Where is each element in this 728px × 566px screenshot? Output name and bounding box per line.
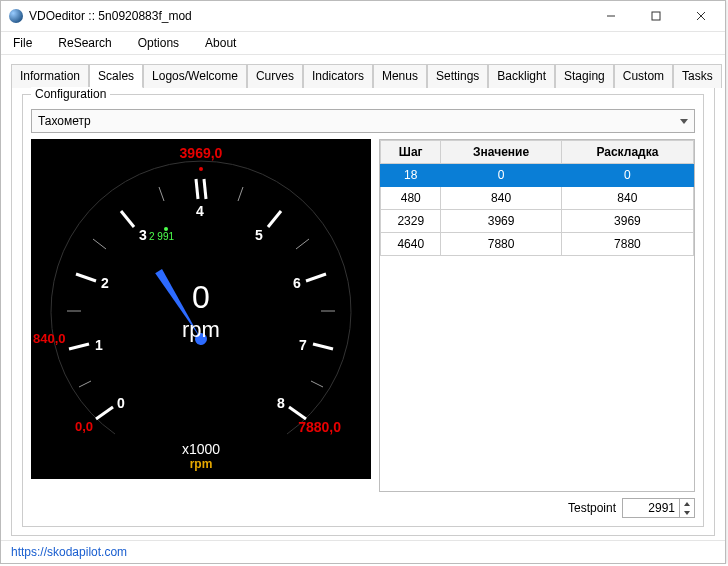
- svg-line-10: [268, 211, 281, 227]
- svg-line-17: [159, 187, 164, 201]
- testpoint-input[interactable]: [623, 499, 679, 517]
- spin-up-button[interactable]: [680, 499, 694, 508]
- menu-options[interactable]: Options: [132, 34, 185, 52]
- col-step[interactable]: Шаг: [381, 141, 441, 164]
- gauge-select-combo[interactable]: Тахометр: [31, 109, 695, 133]
- gauge-tick-8: 8: [277, 395, 285, 411]
- svg-line-21: [311, 381, 323, 387]
- svg-line-16: [93, 239, 106, 249]
- svg-line-14: [79, 381, 91, 387]
- gauge-marker-right: 7880,0: [298, 419, 341, 435]
- app-icon: [9, 9, 23, 23]
- cell-step[interactable]: 18: [381, 164, 441, 187]
- configuration-group: Configuration Тахометр: [22, 94, 704, 527]
- chevron-down-icon: [680, 119, 688, 124]
- tab-custom[interactable]: Custom: [614, 64, 673, 88]
- svg-line-9: [204, 179, 206, 199]
- svg-line-13: [289, 407, 306, 419]
- svg-point-23: [199, 167, 203, 171]
- titlebar: VDOeditor :: 5n0920883f_mod: [1, 1, 725, 32]
- status-link[interactable]: https://skodapilot.com: [11, 545, 127, 559]
- gauge-bottom-unit: rpm: [31, 457, 371, 471]
- tab-menus[interactable]: Menus: [373, 64, 427, 88]
- gauge-unit: rpm: [31, 317, 371, 343]
- content-area: InformationScalesLogos/WelcomeCurvesIndi…: [1, 55, 725, 540]
- cell-layout[interactable]: 3969: [561, 210, 693, 233]
- menu-research[interactable]: ReSearch: [52, 34, 117, 52]
- svg-line-4: [96, 407, 113, 419]
- gauge-tick-4: 4: [196, 203, 204, 219]
- spin-down-button[interactable]: [680, 508, 694, 517]
- tab-tasks[interactable]: Tasks: [673, 64, 722, 88]
- cell-value[interactable]: 840: [441, 187, 561, 210]
- menu-about[interactable]: About: [199, 34, 242, 52]
- svg-line-19: [296, 239, 309, 249]
- scale-table: Шаг Значение Раскладка 18004808408402329…: [379, 139, 695, 492]
- app-window: VDOeditor :: 5n0920883f_mod File ReSearc…: [0, 0, 726, 564]
- gauge-tick-6: 6: [293, 275, 301, 291]
- gauge-marker-origin: 0,0: [75, 419, 93, 434]
- cell-layout[interactable]: 0: [561, 164, 693, 187]
- testpoint-label: Testpoint: [568, 501, 616, 515]
- group-label: Configuration: [31, 87, 110, 101]
- cell-value[interactable]: 3969: [441, 210, 561, 233]
- col-value[interactable]: Значение: [441, 141, 561, 164]
- cell-value[interactable]: 7880: [441, 233, 561, 256]
- svg-line-7: [121, 211, 134, 227]
- tab-staging[interactable]: Staging: [555, 64, 614, 88]
- svg-rect-1: [652, 12, 660, 20]
- gauge-probe-label: 2 991: [149, 231, 174, 242]
- gauge-tick-2: 2: [101, 275, 109, 291]
- gauge-tick-5: 5: [255, 227, 263, 243]
- tab-pane: Configuration Тахометр: [11, 88, 715, 536]
- cell-step[interactable]: 480: [381, 187, 441, 210]
- tab-scales[interactable]: Scales: [89, 64, 143, 88]
- gauge-tick-7: 7: [299, 337, 307, 353]
- cell-layout[interactable]: 7880: [561, 233, 693, 256]
- statusbar: https://skodapilot.com: [1, 540, 725, 563]
- svg-line-8: [196, 179, 198, 199]
- col-layout[interactable]: Раскладка: [561, 141, 693, 164]
- tab-backlight[interactable]: Backlight: [488, 64, 555, 88]
- menu-file[interactable]: File: [7, 34, 38, 52]
- maximize-button[interactable]: [633, 2, 678, 30]
- table-row[interactable]: 464078807880: [381, 233, 694, 256]
- cell-step[interactable]: 4640: [381, 233, 441, 256]
- close-button[interactable]: [678, 2, 723, 30]
- tab-information[interactable]: Information: [11, 64, 89, 88]
- testpoint-spinner[interactable]: [622, 498, 695, 518]
- menubar: File ReSearch Options About: [1, 32, 725, 55]
- combo-selected-text: Тахометр: [38, 114, 91, 128]
- svg-line-5: [69, 344, 89, 349]
- table-row[interactable]: 1800: [381, 164, 694, 187]
- svg-line-18: [238, 187, 243, 201]
- footer-controls: Testpoint: [31, 492, 695, 518]
- tabstrip: InformationScalesLogos/WelcomeCurvesIndi…: [11, 63, 715, 88]
- tab-indicators[interactable]: Indicators: [303, 64, 373, 88]
- cell-layout[interactable]: 840: [561, 187, 693, 210]
- tab-settings[interactable]: Settings: [427, 64, 488, 88]
- gauge-multiplier: x1000: [31, 441, 371, 457]
- minimize-button[interactable]: [588, 2, 633, 30]
- gauge-tick-3: 3: [139, 227, 147, 243]
- table-row[interactable]: 232939693969: [381, 210, 694, 233]
- gauge-marker-top: 3969,0: [31, 145, 371, 161]
- tab-curves[interactable]: Curves: [247, 64, 303, 88]
- gauge-tick-0: 0: [117, 395, 125, 411]
- cell-step[interactable]: 2329: [381, 210, 441, 233]
- gauge-tick-1: 1: [95, 337, 103, 353]
- tab-logos-welcome[interactable]: Logos/Welcome: [143, 64, 247, 88]
- window-title: VDOeditor :: 5n0920883f_mod: [29, 9, 588, 23]
- svg-line-12: [313, 344, 333, 349]
- gauge-value: 0: [31, 279, 371, 316]
- gauge-preview: 3969,0 2 991 840,0 0,0 7880,0 0 rpm x100…: [31, 139, 371, 479]
- table-row[interactable]: 480840840: [381, 187, 694, 210]
- cell-value[interactable]: 0: [441, 164, 561, 187]
